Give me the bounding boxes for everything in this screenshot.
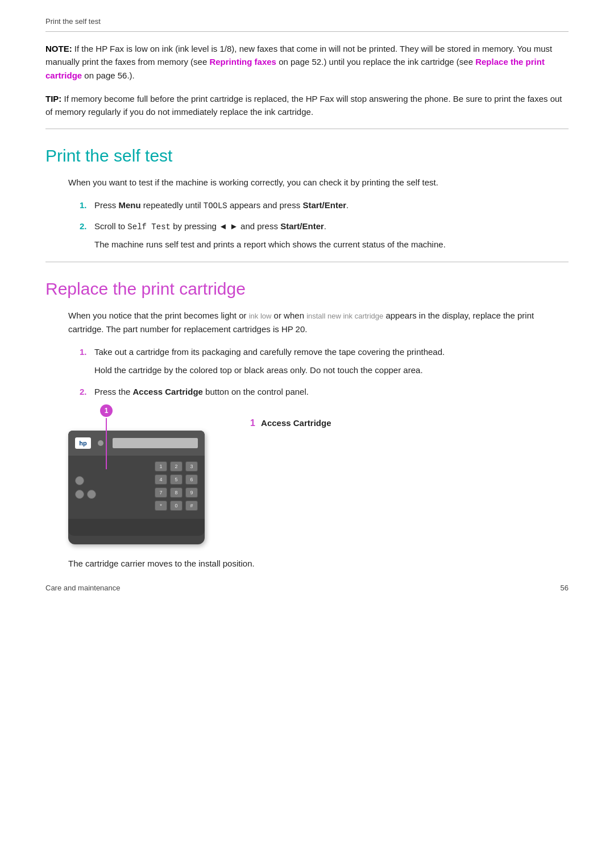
- fax-display: [113, 438, 198, 448]
- step2-num: 2.: [80, 220, 90, 233]
- cartridge-note: The cartridge carrier moves to the insta…: [68, 557, 569, 571]
- breadcrumb: Print the self test: [45, 17, 569, 26]
- fax-btn2: [75, 490, 84, 499]
- callout-label-text: Access Cartridge: [261, 418, 331, 428]
- section1-steps: 1. Press Menu repeatedly until TOOLS app…: [80, 199, 569, 251]
- section2-step1-note: Hold the cartridge by the colored top or…: [94, 363, 569, 377]
- fax-left-controls: [75, 461, 96, 511]
- fax-btn1: [75, 476, 84, 485]
- fax-machine-body: hp: [68, 431, 205, 544]
- tip-label: TIP:: [45, 94, 61, 104]
- step2-item: 2. Scroll to Self Test by pressing ◄ ► a…: [80, 220, 569, 251]
- section2-step1-text: Take out a cartridge from its packaging …: [94, 345, 445, 359]
- section1-divider: [45, 129, 569, 129]
- reprinting-faxes-link[interactable]: Reprinting faxes: [209, 57, 276, 67]
- step2-text: Scroll to Self Test by pressing ◄ ► and …: [94, 220, 326, 233]
- top-divider: [45, 31, 569, 32]
- step1-num: 1.: [80, 199, 90, 212]
- step1-text: Press Menu repeatedly until TOOLS appear…: [94, 199, 349, 212]
- fax-key-8: 8: [170, 487, 182, 498]
- fax-top-panel: hp: [68, 431, 205, 456]
- callout-line: [106, 418, 107, 469]
- fax-key-hash: #: [185, 501, 198, 511]
- callout-row: 1 hp: [68, 412, 569, 544]
- callout-dot: 1: [100, 404, 113, 417]
- hp-logo: hp: [75, 437, 91, 449]
- fax-bottom-ledge: [68, 519, 205, 536]
- callout-label: 1 Access Cartridge: [250, 418, 331, 428]
- section1-intro: When you want to test if the machine is …: [68, 176, 569, 189]
- section2-step2-item: 2. Press the Access Cartridge button on …: [80, 385, 569, 399]
- note-block: NOTE: If the HP Fax is low on ink (ink l…: [45, 42, 569, 82]
- section2-intro: When you notice that the print becomes l…: [68, 309, 569, 336]
- fax-key-3: 3: [185, 461, 198, 472]
- section2-heading: Replace the print cartridge: [45, 279, 569, 299]
- footer-left: Care and maintenance: [45, 584, 121, 592]
- fax-button-row1: [75, 476, 96, 485]
- fax-key-2: 2: [170, 461, 182, 472]
- fax-button-row2: [75, 490, 96, 499]
- fax-key-1: 1: [155, 461, 167, 472]
- section2-step2-text: Press the Access Cartridge button on the…: [94, 385, 309, 399]
- section2-steps: 1. Take out a cartridge from its packagi…: [80, 345, 569, 399]
- section2-step1-num: 1.: [80, 345, 90, 359]
- section2-step2-num: 2.: [80, 385, 90, 399]
- note-text3: on page 56.).: [82, 71, 135, 80]
- fax-key-star: *: [155, 501, 167, 511]
- fax-keypad: 1 2 3 4 5 6 7 8 9 * 0 #: [155, 461, 198, 511]
- note-text2: on page 52.) until you replace the ink c…: [276, 57, 475, 67]
- fax-keypad-area: 1 2 3 4 5 6 7 8 9 * 0 #: [68, 456, 205, 516]
- fax-key-6: 6: [185, 474, 198, 485]
- fax-key-0: 0: [170, 501, 182, 511]
- fax-diagram: 1 hp: [68, 412, 216, 544]
- fax-key-7: 7: [155, 487, 167, 498]
- fax-key-5: 5: [170, 474, 182, 485]
- fax-btn3: [87, 490, 96, 499]
- section2-divider: [45, 262, 569, 262]
- section2-step1-item: 1. Take out a cartridge from its packagi…: [80, 345, 569, 377]
- footer: Care and maintenance 56: [45, 584, 569, 592]
- footer-right: 56: [561, 584, 569, 592]
- fax-key-4: 4: [155, 474, 167, 485]
- step2-note: The machine runs self test and prints a …: [94, 238, 569, 251]
- tip-text: If memory become full before the print c…: [45, 94, 562, 117]
- fax-key-9: 9: [185, 487, 198, 498]
- note-label: NOTE:: [45, 44, 72, 53]
- step1-item: 1. Press Menu repeatedly until TOOLS app…: [80, 199, 569, 212]
- callout-label-number: 1: [250, 418, 255, 428]
- section1-heading: Print the self test: [45, 146, 569, 166]
- tip-block: TIP: If memory become full before the pr…: [45, 92, 569, 119]
